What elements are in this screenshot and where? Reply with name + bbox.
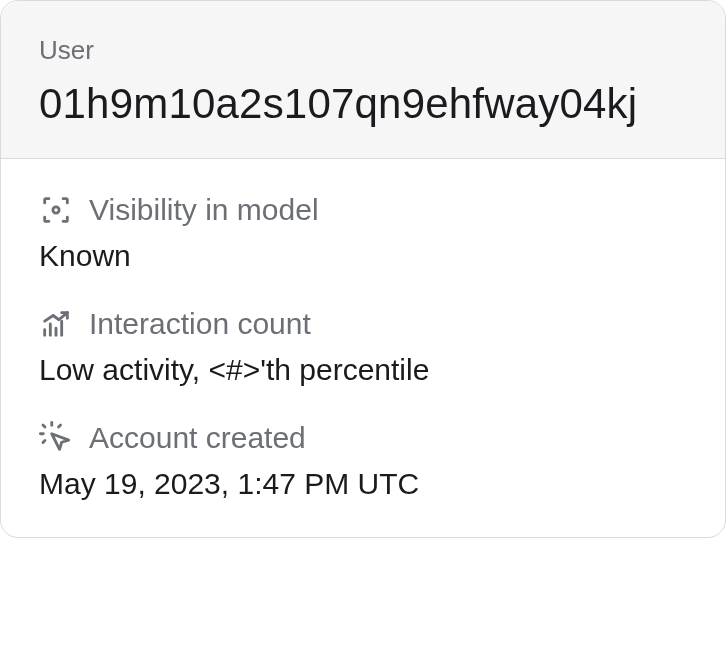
created-label: Account created bbox=[89, 421, 306, 455]
interaction-row: Interaction count Low activity, <#>'th p… bbox=[39, 307, 687, 387]
created-row: Account created May 19, 2023, 1:47 PM UT… bbox=[39, 421, 687, 501]
interaction-label: Interaction count bbox=[89, 307, 311, 341]
interaction-label-row: Interaction count bbox=[39, 307, 687, 341]
card-header: User 01h9m10a2s107qn9ehfway04kj bbox=[1, 1, 725, 159]
interaction-value: Low activity, <#>'th percentile bbox=[39, 353, 687, 387]
created-value: May 19, 2023, 1:47 PM UTC bbox=[39, 467, 687, 501]
visibility-value: Known bbox=[39, 239, 687, 273]
visibility-row: Visibility in model Known bbox=[39, 193, 687, 273]
chart-growth-icon bbox=[39, 307, 73, 341]
user-id-value: 01h9m10a2s107qn9ehfway04kj bbox=[39, 80, 687, 128]
scan-eye-icon bbox=[39, 193, 73, 227]
visibility-label-row: Visibility in model bbox=[39, 193, 687, 227]
user-card: User 01h9m10a2s107qn9ehfway04kj Visibili… bbox=[0, 0, 726, 538]
card-body: Visibility in model Known Inte bbox=[1, 159, 725, 537]
header-label: User bbox=[39, 35, 687, 66]
visibility-label: Visibility in model bbox=[89, 193, 319, 227]
created-label-row: Account created bbox=[39, 421, 687, 455]
cursor-click-icon bbox=[39, 421, 73, 455]
svg-point-0 bbox=[53, 207, 59, 213]
